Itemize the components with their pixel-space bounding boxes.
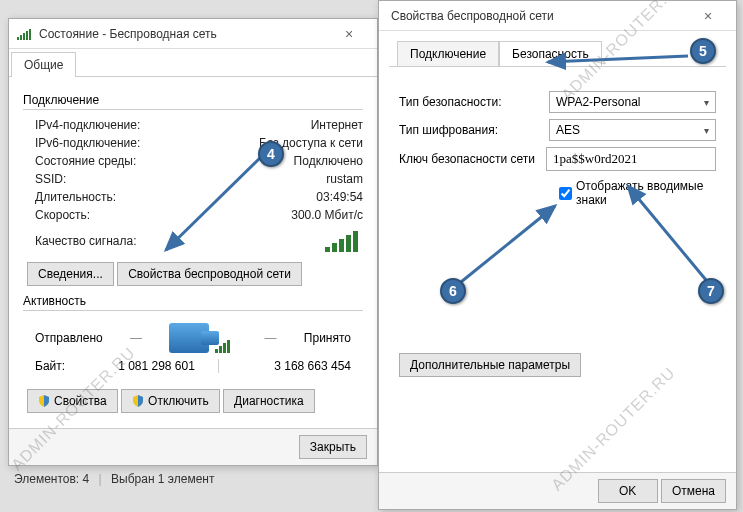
group-connection-label: Подключение <box>23 93 363 107</box>
divider <box>23 310 363 311</box>
speed-value: 300.0 Мбит/с <box>291 208 363 222</box>
ipv4-value: Интернет <box>311 118 363 132</box>
security-type-value: WPA2-Personal <box>556 95 640 109</box>
security-key-input[interactable] <box>546 147 716 171</box>
close-icon[interactable]: × <box>329 26 369 42</box>
show-characters-checkbox[interactable] <box>559 187 572 200</box>
ssid-label: SSID: <box>35 172 66 186</box>
properties-button[interactable]: Свойства <box>27 389 118 413</box>
bytes-label: Байт: <box>35 359 95 373</box>
ok-button[interactable]: OK <box>598 479 658 503</box>
advanced-settings-button[interactable]: Дополнительные параметры <box>399 353 581 377</box>
sent-label: Отправлено <box>35 331 103 345</box>
encryption-label: Тип шифрования: <box>399 123 549 137</box>
disable-button[interactable]: Отключить <box>121 389 220 413</box>
annotation-marker-4: 4 <box>258 141 284 167</box>
mini-signal-icon <box>215 339 237 353</box>
divider <box>23 109 363 110</box>
status-tabs: Общие <box>9 49 377 77</box>
elements-count: Элементов: 4 <box>14 472 89 486</box>
duration-label: Длительность: <box>35 190 116 204</box>
close-button[interactable]: Закрыть <box>299 435 367 459</box>
wireless-properties-window: Свойства беспроводной сети × Подключение… <box>378 0 737 510</box>
props-title: Свойства беспроводной сети <box>387 9 688 23</box>
security-type-label: Тип безопасности: <box>399 95 549 109</box>
annotation-marker-5: 5 <box>690 38 716 64</box>
props-titlebar: Свойства беспроводной сети × <box>379 1 736 31</box>
wifi-signal-icon <box>17 28 33 40</box>
group-activity-label: Активность <box>23 294 363 308</box>
selected-count: Выбран 1 элемент <box>111 472 214 486</box>
details-button[interactable]: Сведения... <box>27 262 114 286</box>
chevron-down-icon: ▾ <box>704 125 709 136</box>
encryption-value: AES <box>556 123 580 137</box>
chevron-down-icon: ▾ <box>704 97 709 108</box>
show-characters-label: Отображать вводимые знаки <box>576 179 716 207</box>
ipv4-label: IPv4-подключение: <box>35 118 140 132</box>
wireless-properties-button[interactable]: Свойства беспроводной сети <box>117 262 302 286</box>
explorer-status-strip: Элементов: 4 | Выбран 1 элемент <box>8 470 378 488</box>
duration-value: 03:49:54 <box>316 190 363 204</box>
security-key-label: Ключ безопасности сети <box>399 152 546 166</box>
shield-icon <box>132 395 144 407</box>
diagnose-button[interactable]: Диагностика <box>223 389 315 413</box>
media-label: Состояние среды: <box>35 154 136 168</box>
status-titlebar: Состояние - Беспроводная сеть × <box>9 19 377 49</box>
annotation-marker-6: 6 <box>440 278 466 304</box>
signal-label: Качество сигнала: <box>35 234 136 248</box>
recv-bytes: 3 168 663 454 <box>228 359 351 373</box>
tab-connection[interactable]: Подключение <box>397 41 499 66</box>
tab-security[interactable]: Безопасность <box>499 41 602 66</box>
ssid-value: rustam <box>326 172 363 186</box>
close-icon[interactable]: × <box>688 8 728 24</box>
sent-bytes: 1 081 298 601 <box>95 359 218 373</box>
security-type-select[interactable]: WPA2-Personal ▾ <box>549 91 716 113</box>
status-title: Состояние - Беспроводная сеть <box>39 27 329 41</box>
media-value: Подключено <box>294 154 363 168</box>
recv-label: Принято <box>304 331 351 345</box>
tab-general[interactable]: Общие <box>11 52 76 77</box>
annotation-marker-7: 7 <box>698 278 724 304</box>
status-window: Состояние - Беспроводная сеть × Общие По… <box>8 18 378 466</box>
cancel-button[interactable]: Отмена <box>661 479 726 503</box>
speed-label: Скорость: <box>35 208 90 222</box>
props-tabs: Подключение Безопасность <box>379 31 736 66</box>
encryption-select[interactable]: AES ▾ <box>549 119 716 141</box>
shield-icon <box>38 395 50 407</box>
network-activity-icon <box>169 323 209 353</box>
signal-quality-icon <box>325 230 363 252</box>
ipv6-label: IPv6-подключение: <box>35 136 140 150</box>
